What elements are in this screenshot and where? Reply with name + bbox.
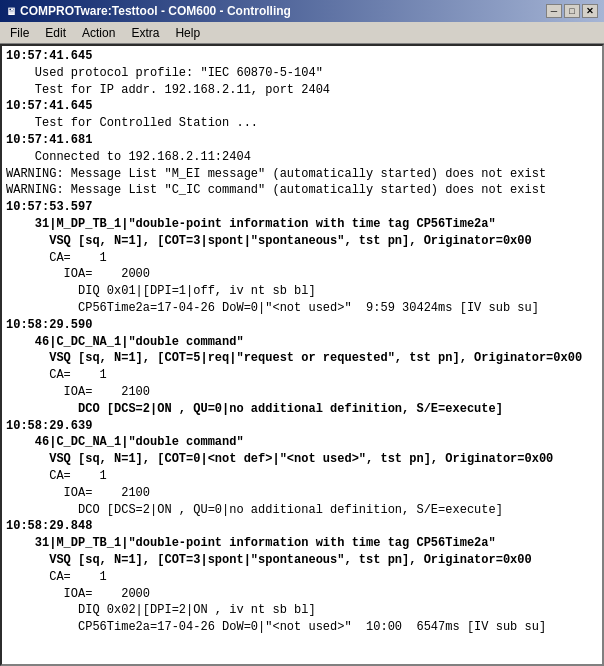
window-title: COMPROTware:Testtool - COM600 - Controll…: [20, 4, 291, 18]
menu-bar: File Edit Action Extra Help: [0, 22, 604, 44]
log-line: Used protocol profile: "IEC 60870-5-104": [6, 65, 598, 82]
log-line: VSQ [sq, N=1], [COT=3|spont|"spontaneous…: [6, 552, 598, 569]
log-line: 10:58:29.639: [6, 418, 598, 435]
log-line: CA= 1: [6, 367, 598, 384]
log-line: CA= 1: [6, 250, 598, 267]
log-line: VSQ [sq, N=1], [COT=3|spont|"spontaneous…: [6, 233, 598, 250]
log-line: 46|C_DC_NA_1|"double command": [6, 334, 598, 351]
log-line: Test for IP addr. 192.168.2.11, port 240…: [6, 82, 598, 99]
log-line: IOA= 2000: [6, 586, 598, 603]
log-line: 46|C_DC_NA_1|"double command": [6, 434, 598, 451]
log-line: CP56Time2a=17-04-26 DoW=0|"<not used>" 9…: [6, 300, 598, 317]
log-line: CA= 1: [6, 569, 598, 586]
title-bar-title: 🖥 COMPROTware:Testtool - COM600 - Contro…: [6, 4, 291, 18]
menu-action[interactable]: Action: [74, 24, 123, 42]
log-line: CA= 1: [6, 468, 598, 485]
menu-help[interactable]: Help: [167, 24, 208, 42]
log-line: DCO [DCS=2|ON , QU=0|no additional defin…: [6, 502, 598, 519]
log-line: 10:58:29.848: [6, 518, 598, 535]
menu-extra[interactable]: Extra: [123, 24, 167, 42]
log-line: VSQ [sq, N=1], [COT=0|<not def>|"<not us…: [6, 451, 598, 468]
app-icon: 🖥: [6, 6, 16, 17]
menu-edit[interactable]: Edit: [37, 24, 74, 42]
title-bar-controls: ─ □ ✕: [546, 4, 598, 18]
log-line: Test for Controlled Station ...: [6, 115, 598, 132]
log-line: 10:57:41.645: [6, 48, 598, 65]
log-line: VSQ [sq, N=1], [COT=5|req|"request or re…: [6, 350, 598, 367]
log-line: 10:58:29.590: [6, 317, 598, 334]
log-output[interactable]: 10:57:41.645 Used protocol profile: "IEC…: [0, 44, 604, 666]
log-line: 10:57:41.645: [6, 98, 598, 115]
close-button[interactable]: ✕: [582, 4, 598, 18]
log-line: Connected to 192.168.2.11:2404: [6, 149, 598, 166]
maximize-button[interactable]: □: [564, 4, 580, 18]
log-line: DIQ 0x02|[DPI=2|ON , iv nt sb bl]: [6, 602, 598, 619]
title-bar: 🖥 COMPROTware:Testtool - COM600 - Contro…: [0, 0, 604, 22]
log-line: IOA= 2100: [6, 485, 598, 502]
log-line: 31|M_DP_TB_1|"double-point information w…: [6, 216, 598, 233]
minimize-button[interactable]: ─: [546, 4, 562, 18]
log-line: 10:57:41.681: [6, 132, 598, 149]
log-line: DIQ 0x01|[DPI=1|off, iv nt sb bl]: [6, 283, 598, 300]
log-line: IOA= 2100: [6, 384, 598, 401]
log-line: 31|M_DP_TB_1|"double-point information w…: [6, 535, 598, 552]
log-line: 10:57:53.597: [6, 199, 598, 216]
log-line: IOA= 2000: [6, 266, 598, 283]
menu-file[interactable]: File: [2, 24, 37, 42]
log-line: DCO [DCS=2|ON , QU=0|no additional defin…: [6, 401, 598, 418]
log-line: WARNING: Message List "C_IC command" (au…: [6, 182, 598, 199]
log-line: CP56Time2a=17-04-26 DoW=0|"<not used>" 1…: [6, 619, 598, 636]
log-line: WARNING: Message List "M_EI message" (au…: [6, 166, 598, 183]
